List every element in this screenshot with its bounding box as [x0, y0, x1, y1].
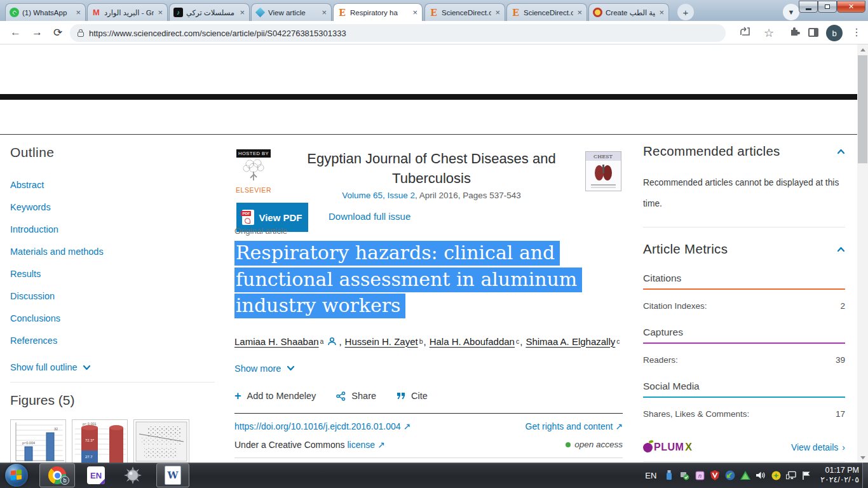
plumx-logo[interactable]: PLUMX	[643, 442, 693, 453]
view-details-link[interactable]: View details ›	[791, 442, 845, 452]
tab-tiktok[interactable]: ♪ مسلسلات تركي - TikTok ×	[169, 3, 250, 21]
lock-icon[interactable]	[78, 32, 84, 37]
browser-menu-icon[interactable]: ⋮	[851, 26, 862, 38]
tab-close-icon[interactable]: ×	[239, 8, 245, 17]
bookmark-star-icon[interactable]: ☆	[764, 26, 774, 40]
tab-gmail[interactable]: M البريد الوارد - Gmail ×	[87, 3, 168, 21]
forward-icon[interactable]: →	[32, 26, 43, 39]
outline-item-keywords[interactable]: Keywords	[10, 196, 215, 219]
download-manager-icon[interactable]	[725, 470, 735, 480]
journal-title[interactable]: Egyptian Journal of Chest Diseases and T…	[282, 149, 581, 188]
author-profile-icon[interactable]	[327, 337, 337, 346]
metrics-section-heading: Captures	[643, 327, 845, 338]
outline-sidebar: Outline Abstract Keywords Introduction M…	[10, 145, 215, 464]
recommended-articles-title: Recommended articles	[643, 144, 780, 159]
drive-triangle-icon[interactable]	[740, 470, 750, 480]
network-display-icon[interactable]	[786, 470, 796, 480]
taskbar-app-button[interactable]	[122, 463, 144, 487]
scroll-up-arrow[interactable]	[857, 44, 868, 55]
author-link[interactable]: Hala H. Aboufaddan	[430, 336, 515, 347]
tab-view-article[interactable]: View article ×	[251, 3, 332, 21]
taskbar-clock[interactable]: 01:17 PM ٢٠٢٤/٠٢/٠٥	[820, 466, 859, 485]
taskbar-endnote-button[interactable]: EN	[85, 463, 107, 487]
svg-text:27.7: 27.7	[85, 455, 93, 459]
license-link[interactable]: license ↗	[347, 440, 384, 450]
rights-content-link[interactable]: Get rights and content ↗	[526, 421, 623, 431]
show-desktop-button[interactable]	[862, 463, 868, 488]
notes-app-icon[interactable]: n	[695, 470, 705, 480]
tab-active-respiratory[interactable]: E Respiratory ha ×	[333, 3, 423, 21]
scrollbar-thumb[interactable]	[858, 55, 867, 163]
page-scrollbar[interactable]	[857, 44, 868, 463]
tab-sciencedirect-1[interactable]: E ScienceDirect.c ×	[424, 3, 505, 21]
reload-icon[interactable]: ⟳	[53, 26, 62, 39]
new-tab-button[interactable]: +	[677, 4, 694, 20]
author-link[interactable]: Shimaa A. Elghazally	[526, 336, 615, 347]
metric-value: 17	[836, 409, 845, 419]
collapse-chevron-up-icon[interactable]	[837, 245, 845, 254]
share-icon[interactable]	[740, 26, 750, 38]
volume-icon[interactable]	[756, 470, 766, 480]
close-button[interactable]: ✕	[837, 1, 865, 13]
language-indicator[interactable]: EN	[645, 471, 656, 480]
share-button[interactable]: Share	[351, 391, 376, 401]
usb-drive-icon[interactable]	[664, 470, 674, 480]
outline-item-abstract[interactable]: Abstract	[10, 174, 215, 196]
safely-remove-icon[interactable]	[679, 470, 689, 480]
outline-item-conclusions[interactable]: Conclusions	[10, 308, 215, 330]
start-button[interactable]	[5, 464, 28, 487]
tab-create[interactable]: Create كلية الطب ×	[588, 3, 669, 21]
extensions-puzzle-icon[interactable]	[789, 26, 800, 40]
tab-sciencedirect-2[interactable]: E ScienceDirect.c ×	[506, 3, 587, 21]
figure-thumbnail-scatter-plot[interactable]	[133, 419, 189, 464]
volume-issue-link[interactable]: Volume 65, Issue 2	[342, 191, 415, 200]
author-link[interactable]: Lamiaa H. Shaaban	[234, 336, 319, 347]
tab-close-icon[interactable]: ×	[321, 8, 327, 17]
metrics-row: Citation Indexes: 2	[643, 301, 845, 311]
external-link-icon: ↗	[377, 440, 385, 450]
elsevier-icon: E	[337, 8, 347, 17]
tab-close-icon[interactable]: ×	[412, 8, 418, 17]
outline-item-materials[interactable]: Materials and methods	[10, 241, 215, 263]
show-more-link[interactable]: Show more	[234, 363, 623, 374]
journal-cover-thumbnail[interactable]: CHEST	[585, 151, 621, 191]
minimize-button[interactable]	[799, 1, 818, 13]
tab-close-icon[interactable]: ×	[157, 8, 163, 17]
address-bar[interactable]: https://www.sciencedirect.com/science/ar…	[70, 24, 726, 42]
collapse-chevron-up-icon[interactable]	[837, 147, 845, 156]
elsevier-hosted-logo[interactable]: HOSTED BY ELSEVIER	[234, 146, 273, 194]
doi-link[interactable]: https://doi.org/10.1016/j.ejcdt.2016.01.…	[234, 421, 410, 431]
restore-button[interactable]	[818, 1, 837, 13]
tab-search-button[interactable]: ▼	[783, 4, 799, 20]
updater-icon[interactable]	[771, 470, 781, 480]
antivirus-shield-icon[interactable]	[710, 470, 720, 480]
cite-button[interactable]: Cite	[411, 391, 428, 401]
tab-whatsapp[interactable]: (1) WhatsApp ×	[5, 3, 86, 21]
taskbar-word-button[interactable]: W	[156, 463, 189, 487]
back-icon[interactable]: ←	[10, 26, 21, 39]
scroll-down-arrow[interactable]	[857, 452, 868, 463]
endnote-icon: EN	[87, 466, 105, 484]
action-center-flag-icon[interactable]	[801, 470, 811, 480]
url-text[interactable]: https://www.sciencedirect.com/science/ar…	[89, 29, 346, 38]
outline-item-references[interactable]: References	[10, 330, 215, 352]
author-link[interactable]: Hussein H. Zayet	[345, 336, 418, 347]
show-full-outline-link[interactable]: Show full outline	[10, 358, 215, 377]
tab-close-icon[interactable]: ×	[494, 8, 501, 17]
spiky-ball-icon	[124, 466, 142, 484]
outline-item-results[interactable]: Results	[10, 263, 215, 285]
profile-avatar[interactable]: b	[826, 25, 843, 41]
divider	[643, 227, 845, 227]
tab-close-icon[interactable]: ×	[75, 8, 81, 17]
figure-thumbnail-bar-chart[interactable]: p<0.004 32	[10, 419, 66, 464]
elsevier-tree-icon	[240, 158, 268, 183]
tab-close-icon[interactable]: ×	[658, 8, 665, 17]
figure-thumbnail-cylinder-chart[interactable]: p< 0.001 72.3* 27.7	[72, 419, 128, 464]
side-panel-icon[interactable]	[808, 28, 818, 37]
gem-icon	[255, 8, 265, 17]
outline-item-introduction[interactable]: Introduction	[10, 219, 215, 241]
outline-item-discussion[interactable]: Discussion	[10, 285, 215, 308]
taskbar-chrome-button[interactable]: b	[39, 463, 75, 487]
tab-close-icon[interactable]: ×	[576, 8, 583, 17]
add-to-mendeley-button[interactable]: Add to Mendeley	[247, 391, 316, 401]
